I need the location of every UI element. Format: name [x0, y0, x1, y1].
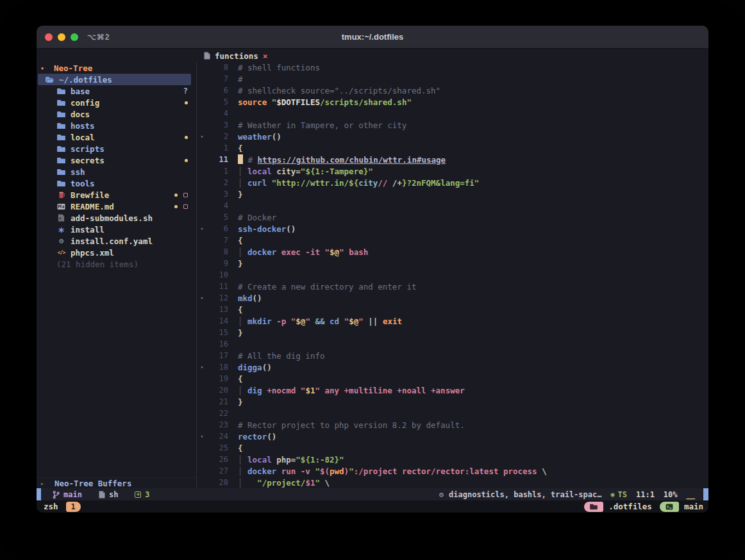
tree-item--21-hidden-items-[interactable]: (21 hidden items): [37, 258, 196, 270]
code-line[interactable]: 28│ "/project/$1" \: [197, 477, 708, 488]
tree-item-install-conf-yaml[interactable]: ⚙install.conf.yaml: [37, 235, 196, 247]
editor-buffer: 8# shell functions7#6# shellcheck source…: [197, 62, 708, 488]
code-line[interactable]: 7#: [197, 73, 708, 85]
gear-icon: ⚙: [56, 236, 66, 245]
code-line[interactable]: 11 # https://github.com/chubin/wttr.in#u…: [197, 154, 708, 165]
neotree-root-header[interactable]: ▾Neo-Tree: [37, 62, 196, 74]
indent-guide: │: [238, 386, 247, 395]
code-line[interactable]: 19{: [197, 373, 708, 384]
code-line[interactable]: 9}: [197, 258, 708, 269]
code-line[interactable]: ▾2weather(): [197, 131, 708, 142]
line-text: source "$DOTFILES/scripts/shared.sh": [238, 97, 412, 107]
terminal-icon: [665, 504, 673, 510]
code-line[interactable]: ▾6ssh-docker(): [197, 223, 708, 235]
code-line[interactable]: 21}: [197, 396, 708, 408]
tree-item-tools[interactable]: tools: [37, 177, 196, 189]
line-number: 18: [206, 363, 228, 372]
code-line[interactable]: 4: [197, 200, 708, 211]
code-token: \: [320, 478, 330, 488]
code-token: curl: [247, 178, 267, 188]
code-token: local: [247, 455, 272, 465]
tree-item-config[interactable]: config: [37, 97, 196, 108]
line-text: │ local city="${1:-Tampere}": [238, 167, 373, 176]
fold-chevron-icon[interactable]: ▾: [197, 364, 206, 370]
indent-guide: │: [238, 478, 257, 488]
tree-item-label: ssh: [71, 167, 85, 177]
code-line[interactable]: 6# shellcheck source="../scripts/shared.…: [197, 85, 708, 96]
code-line[interactable]: 8│ docker exec -it "$@" bash: [197, 246, 708, 258]
line-number: 11: [206, 282, 228, 291]
tmux-pane-badge[interactable]: [660, 502, 679, 512]
line-text: # https://github.com/chubin/wttr.in#usag…: [238, 154, 446, 165]
code-token: $@: [296, 317, 305, 326]
line-number: 9: [206, 259, 228, 268]
tree-item-ssh[interactable]: ssh: [37, 166, 196, 177]
code-line[interactable]: ▾18digga(): [197, 361, 708, 373]
code-line[interactable]: 1│ local city="${1:-Tampere}": [197, 165, 708, 177]
code-line[interactable]: 5# Docker: [197, 211, 708, 223]
tree-item-base[interactable]: base?: [37, 85, 196, 97]
code-line[interactable]: 2│ curl "http://wttr.in/${city// /+}?2nF…: [197, 177, 708, 188]
code-token: $@: [330, 247, 339, 257]
tree-item-local[interactable]: local: [37, 131, 196, 143]
code-line[interactable]: ▾24rector(): [197, 431, 708, 442]
circle-dot-icon: ◉: [610, 491, 614, 498]
close-tab-icon[interactable]: ×: [263, 51, 268, 61]
code-line[interactable]: 1{: [197, 142, 708, 154]
chevron-right-icon: ▸: [37, 480, 48, 487]
tree-item-phpcs-xml[interactable]: </>phpcs.xml: [37, 247, 196, 258]
code-line[interactable]: 14│ mkdir -p "$@" && cd "$@" || exit: [197, 315, 708, 327]
tree-item-add-submodules-sh[interactable]: add-submodules.sh: [37, 212, 196, 224]
code-token: "/project/: [257, 478, 305, 488]
code-line[interactable]: 25{: [197, 442, 708, 454]
code-line[interactable]: 13{: [197, 304, 708, 315]
code-line[interactable]: 17# All the dig info: [197, 350, 708, 361]
url-link[interactable]: https://github.com/chubin/wttr.in#usage: [258, 155, 446, 165]
code-line[interactable]: 5source "$DOTFILES/scripts/shared.sh": [197, 96, 708, 108]
tree-item-readme-md[interactable]: README.md: [37, 201, 196, 212]
code-line[interactable]: 16: [197, 338, 708, 350]
line-number: 1: [206, 167, 228, 176]
code-line[interactable]: 27│ docker run -v "$(pwd)":/project rect…: [197, 465, 708, 477]
code-line[interactable]: 8# shell functions: [197, 62, 708, 73]
code-line[interactable]: 4: [197, 108, 708, 119]
code-line[interactable]: 3}: [197, 188, 708, 200]
tree-item-scripts[interactable]: scripts: [37, 143, 196, 154]
tmux-session-badge[interactable]: [584, 502, 603, 512]
fold-chevron-icon[interactable]: ▾: [197, 433, 206, 440]
indent-guide: │: [238, 317, 247, 326]
tree-item-brewfile[interactable]: Brewfile: [37, 189, 196, 201]
fold-chevron-icon[interactable]: ▾: [197, 133, 206, 140]
tree-item-label: README.md: [71, 202, 114, 211]
fold-chevron-icon[interactable]: ▾: [197, 295, 206, 301]
code-token: #: [238, 74, 243, 84]
code-line[interactable]: ▾12mkd(): [197, 292, 708, 304]
tree-item-install[interactable]: *install: [37, 224, 196, 235]
code-line[interactable]: 11# Create a new directory and enter it: [197, 281, 708, 292]
line-number: 8: [206, 247, 228, 256]
code-line[interactable]: 22: [197, 408, 708, 419]
tmux-session-dir: .dotfiles: [608, 502, 652, 511]
code-line[interactable]: 23# Rector project to php version 8.2 by…: [197, 419, 708, 431]
terminal-window: ⌥⌘2 tmux:~/.dotfiles functions × ▾Neo-Tr…: [37, 26, 708, 513]
code-token: {: [238, 144, 243, 153]
code-token: ": [349, 466, 354, 476]
code-line[interactable]: 7{: [197, 235, 708, 246]
code-line[interactable]: 26│ local php="${1:-82}": [197, 454, 708, 465]
tree-item-docs[interactable]: docs: [37, 108, 196, 120]
code-token: mkd: [238, 293, 253, 303]
code-line[interactable]: 15}: [197, 327, 708, 338]
tmux-window-index-badge[interactable]: 1: [66, 502, 81, 512]
folder-icon: [56, 134, 66, 141]
code-token: (): [272, 132, 281, 142]
tree-item-secrets[interactable]: secrets: [37, 154, 196, 166]
line-text: mkd(): [238, 293, 262, 303]
neotree-buffers-section[interactable]: ▸ Neo-Tree Buffers: [37, 477, 196, 488]
tree-item--dotfiles[interactable]: ~/.dotfiles: [37, 74, 196, 85]
fold-chevron-icon[interactable]: ▾: [197, 226, 206, 232]
code-line[interactable]: 10: [197, 269, 708, 281]
code-line[interactable]: 3# Weather in Tampere, or other city: [197, 119, 708, 131]
tree-item-hosts[interactable]: hosts: [37, 120, 196, 131]
code-line[interactable]: 20│ dig +nocmd "$1" any +multiline +noal…: [197, 384, 708, 396]
tab-functions[interactable]: functions ×: [204, 50, 268, 62]
